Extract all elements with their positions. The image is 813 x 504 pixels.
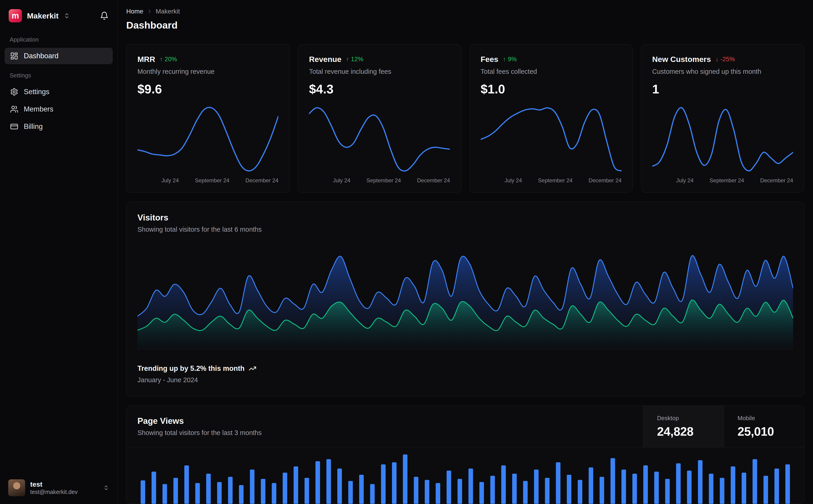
stat-title: MRR xyxy=(137,55,155,64)
visitors-area-chart xyxy=(137,247,793,349)
credit-card-icon xyxy=(10,122,18,131)
trending-up-icon xyxy=(249,365,256,372)
sidebar-item-settings[interactable]: Settings xyxy=(5,84,113,100)
sidebar-item-billing[interactable]: Billing xyxy=(5,118,113,135)
chevron-right-icon xyxy=(146,8,152,14)
stat-subtitle: Monthly recurring revenue xyxy=(137,68,278,75)
stat-value: 1 xyxy=(652,82,793,96)
user-menu[interactable]: test test@makerkit.dev xyxy=(0,472,117,504)
stat-subtitle: Total fees collected xyxy=(481,68,622,75)
breadcrumb-current: Makerkit xyxy=(156,8,180,15)
sidebar-item-label: Billing xyxy=(24,122,43,131)
stat-value: $9.6 xyxy=(137,82,278,96)
visitors-card: Visitors Showing total visitors for the … xyxy=(126,202,804,396)
arrow-down-icon: ↓ xyxy=(716,56,719,63)
breadcrumb: Home Makerkit xyxy=(126,8,804,15)
sparkline-x-labels: July 24 September 24 December 24 xyxy=(309,177,450,184)
mrr-sparkline-chart xyxy=(137,105,278,174)
chevrons-up-down-icon xyxy=(64,13,70,19)
revenue-sparkline-chart xyxy=(309,105,450,174)
stat-title: New Customers xyxy=(652,55,711,64)
visitors-title: Visitors xyxy=(137,213,793,223)
stat-value: $4.3 xyxy=(309,82,450,96)
mobile-stat-toggle[interactable]: Mobile 25,010 xyxy=(724,406,804,447)
page-title: Dashboard xyxy=(126,20,804,31)
sidebar-item-label: Dashboard xyxy=(24,52,58,60)
stat-title: Revenue xyxy=(309,55,341,64)
sidebar-item-members[interactable]: Members xyxy=(5,101,113,117)
stat-subtitle: Customers who signed up this month xyxy=(652,68,793,75)
stat-cards-row: MRR ↑20% Monthly recurring revenue $9.6 … xyxy=(126,44,804,193)
page-views-subtitle: Showing total visitors for the last 3 mo… xyxy=(137,429,632,437)
new-customers-sparkline-chart xyxy=(652,105,793,174)
stat-card-new-customers: New Customers ↓-25% Customers who signed… xyxy=(641,44,804,193)
stat-subtitle: Total revenue including fees xyxy=(309,68,450,75)
chevrons-up-down-icon xyxy=(103,485,109,491)
users-icon xyxy=(10,105,18,113)
sparkline-x-labels: July 24 September 24 December 24 xyxy=(137,177,278,184)
arrow-up-icon: ↑ xyxy=(159,56,163,63)
bell-icon xyxy=(100,11,109,20)
visitors-date-range: January - June 2024 xyxy=(137,376,793,384)
workspace-name: Makerkit xyxy=(27,11,58,20)
trend-badge: ↑12% xyxy=(346,56,363,63)
mobile-value: 25,010 xyxy=(738,424,790,438)
sparkline-x-labels: July 24 September 24 December 24 xyxy=(652,177,793,184)
trend-badge: ↑20% xyxy=(159,56,177,63)
settings-nav: Settings Members Billing xyxy=(0,83,117,136)
makerkit-logo: m xyxy=(9,9,22,22)
workspace-switcher[interactable]: m Makerkit xyxy=(0,6,117,29)
main-content: Home Makerkit Dashboard MRR ↑20% Monthly… xyxy=(117,0,813,504)
desktop-value: 24,828 xyxy=(657,424,710,438)
page-views-card: Page Views Showing total visitors for th… xyxy=(126,406,804,504)
visitors-subtitle: Showing total visitors for the last 6 mo… xyxy=(137,226,793,233)
section-label-application: Application xyxy=(0,36,117,43)
page-views-bar-chart xyxy=(137,452,793,504)
page-views-header: Page Views Showing total visitors for th… xyxy=(126,406,804,447)
sidebar-item-label: Members xyxy=(24,105,53,113)
sidebar-item-dashboard[interactable]: Dashboard xyxy=(5,48,113,64)
notifications-button[interactable] xyxy=(100,11,109,20)
user-avatar xyxy=(8,479,25,496)
stat-card-mrr: MRR ↑20% Monthly recurring revenue $9.6 … xyxy=(126,44,290,193)
mobile-label: Mobile xyxy=(738,415,790,422)
user-email: test@makerkit.dev xyxy=(30,488,77,496)
arrow-up-icon: ↑ xyxy=(346,56,349,63)
dashboard-icon xyxy=(10,52,18,60)
breadcrumb-home-link[interactable]: Home xyxy=(126,8,143,15)
stat-card-fees: Fees ↑9% Total fees collected $1.0 July … xyxy=(469,44,633,193)
trend-badge: ↓-25% xyxy=(716,56,735,63)
fees-sparkline-chart xyxy=(481,105,622,174)
desktop-stat-toggle[interactable]: Desktop 24,828 xyxy=(643,406,724,447)
gear-icon xyxy=(10,88,18,96)
desktop-label: Desktop xyxy=(657,415,710,422)
visitors-footer: Trending up by 5.2% this month xyxy=(137,364,793,373)
sidebar: m Makerkit Application Dashboard Setting… xyxy=(0,0,117,504)
arrow-up-icon: ↑ xyxy=(503,56,506,63)
user-name: test xyxy=(30,480,77,489)
trend-badge: ↑9% xyxy=(503,56,517,63)
user-meta: test test@makerkit.dev xyxy=(30,480,77,496)
sparkline-x-labels: July 24 September 24 December 24 xyxy=(481,177,622,184)
page-views-title: Page Views xyxy=(137,416,632,426)
section-label-settings: Settings xyxy=(0,72,117,79)
sidebar-item-label: Settings xyxy=(24,88,49,96)
stat-value: $1.0 xyxy=(481,82,622,96)
stat-title: Fees xyxy=(481,55,498,64)
stat-card-revenue: Revenue ↑12% Total revenue including fee… xyxy=(298,44,461,193)
app-nav: Dashboard xyxy=(0,47,117,65)
